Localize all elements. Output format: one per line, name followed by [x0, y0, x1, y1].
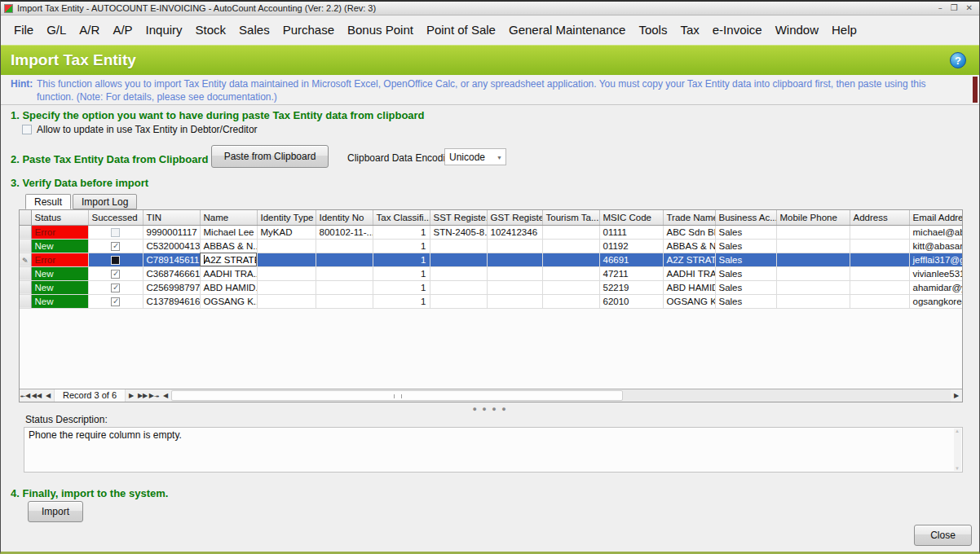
- hscroll-left-icon[interactable]: ◀: [160, 389, 171, 402]
- cell-successed[interactable]: [88, 280, 143, 294]
- nav-prev-icon[interactable]: ◀: [42, 389, 54, 402]
- cell-business_activity[interactable]: Sales: [715, 266, 776, 280]
- cell-name[interactable]: Michael Lee: [200, 225, 257, 239]
- successed-checkbox-checked[interactable]: [111, 270, 120, 279]
- cell-identity_type[interactable]: MyKAD: [257, 225, 316, 239]
- menu-item-sales[interactable]: Sales: [232, 15, 276, 45]
- menu-item-point-of-sale[interactable]: Point of Sale: [420, 15, 502, 45]
- help-icon[interactable]: ?: [950, 52, 966, 68]
- restore-icon[interactable]: ❐: [951, 4, 958, 12]
- cell-identity_no[interactable]: [316, 239, 373, 253]
- tab-result[interactable]: Result: [25, 194, 71, 209]
- row-edit-indicator[interactable]: ✎: [20, 253, 31, 266]
- menu-item-file[interactable]: File: [7, 15, 40, 45]
- cell-successed[interactable]: [88, 253, 143, 266]
- menu-item-general-maintenance[interactable]: General Maintenance: [502, 15, 632, 45]
- cell-successed[interactable]: [88, 266, 143, 280]
- row-indicator[interactable]: [20, 239, 31, 253]
- column-header-trade_name[interactable]: Trade Name: [663, 210, 715, 225]
- column-header-address[interactable]: Address: [850, 210, 909, 225]
- cell-email_address[interactable]: kitt@abasan.con: [909, 239, 962, 253]
- cell-gst_registration[interactable]: [487, 253, 542, 266]
- cell-business_activity[interactable]: Sales: [715, 239, 776, 253]
- cell-mobile_phone[interactable]: [776, 294, 850, 308]
- nav-last-icon[interactable]: ▶⯮: [148, 389, 160, 402]
- status-description-scrollbar[interactable]: [954, 429, 961, 471]
- cell-mobile_phone[interactable]: [776, 266, 850, 280]
- nav-prev-page-icon[interactable]: ◀◀: [31, 389, 42, 402]
- cell-status[interactable]: Error: [31, 253, 88, 266]
- menu-item-a-p[interactable]: A/P: [106, 15, 139, 45]
- menu-item-tools[interactable]: Tools: [632, 15, 673, 45]
- cell-sst_registration[interactable]: [430, 280, 487, 294]
- horizontal-scrollbar[interactable]: [171, 389, 951, 402]
- status-description-box[interactable]: Phone the require column is empty.: [24, 427, 963, 473]
- successed-checkbox-checked[interactable]: [111, 284, 120, 292]
- cell-sst_registration[interactable]: STN-2405-8...: [430, 225, 487, 239]
- column-header-business_activity[interactable]: Business Ac...: [715, 210, 776, 225]
- cell-status[interactable]: New: [31, 239, 88, 253]
- cell-address[interactable]: [850, 225, 909, 239]
- cell-msic_code[interactable]: 01192: [599, 239, 663, 253]
- horizontal-scrollbar-thumb[interactable]: [171, 390, 623, 401]
- cell-name[interactable]: OGSANG K...: [200, 294, 257, 308]
- cell-tin[interactable]: 9990001117: [143, 225, 200, 239]
- successed-checkbox-unchecked[interactable]: [111, 228, 120, 237]
- import-button[interactable]: Import: [28, 501, 83, 522]
- row-indicator[interactable]: [20, 266, 31, 280]
- column-header-status[interactable]: Status: [31, 210, 88, 225]
- cell-msic_code[interactable]: 52219: [599, 280, 663, 294]
- cell-mobile_phone[interactable]: [776, 253, 850, 266]
- cell-tin[interactable]: C137894616: [143, 294, 200, 308]
- cell-trade_name[interactable]: ABC Sdn Bhd: [663, 225, 715, 239]
- cell-email_address[interactable]: vivianlee5310@: [909, 266, 962, 280]
- menu-item-stock[interactable]: Stock: [189, 15, 233, 45]
- hscroll-right-icon[interactable]: ▶: [951, 389, 962, 402]
- cell-status[interactable]: New: [31, 266, 88, 280]
- paste-from-clipboard-button[interactable]: Paste from Clipboard: [211, 145, 329, 168]
- cell-identity_no[interactable]: [316, 253, 373, 266]
- cell-email_address[interactable]: michael@abc.co: [909, 225, 962, 239]
- successed-checkbox-checked[interactable]: [111, 242, 120, 251]
- cell-identity_type[interactable]: [257, 266, 316, 280]
- row-indicator[interactable]: [20, 280, 31, 294]
- cell-mobile_phone[interactable]: [776, 239, 850, 253]
- cell-identity_no[interactable]: [316, 294, 373, 308]
- column-header-mobile_phone[interactable]: Mobile Phone: [776, 210, 850, 225]
- cell-address[interactable]: [850, 239, 909, 253]
- cell-business_activity[interactable]: Sales: [715, 280, 776, 294]
- column-header-msic_code[interactable]: MSIC Code: [599, 210, 663, 225]
- cell-email_address[interactable]: jefflai317@gmai: [909, 253, 962, 266]
- column-header-name[interactable]: Name: [200, 210, 257, 225]
- cell-identity_type[interactable]: [257, 280, 316, 294]
- close-icon[interactable]: ✕: [966, 4, 973, 12]
- nav-first-icon[interactable]: ⯬◀: [20, 389, 31, 402]
- cell-identity_no[interactable]: [316, 266, 373, 280]
- cell-status[interactable]: Error: [31, 225, 88, 239]
- cell-tin[interactable]: C789145611: [143, 253, 200, 266]
- cell-msic_code[interactable]: 46691: [599, 253, 663, 266]
- cell-address[interactable]: [850, 266, 909, 280]
- column-header-successed[interactable]: Successed: [88, 210, 143, 225]
- cell-business_activity[interactable]: Sales: [715, 225, 776, 239]
- cell-tax_classification[interactable]: 1: [373, 294, 430, 308]
- cell-tax_classification[interactable]: 1: [373, 239, 430, 253]
- cell-identity_type[interactable]: [257, 239, 316, 253]
- cell-tourism_tax[interactable]: [542, 253, 599, 266]
- cell-trade_name[interactable]: AADHI TRA...: [663, 266, 715, 280]
- cell-name[interactable]: ABBAS & N...: [200, 239, 257, 253]
- tab-import-log[interactable]: Import Log: [73, 194, 137, 209]
- cell-identity_type[interactable]: [257, 294, 316, 308]
- allow-update-checkbox[interactable]: [22, 125, 32, 134]
- successed-checkbox-checked[interactable]: [111, 297, 120, 306]
- column-header-tax_classification[interactable]: Tax Classifi...: [373, 210, 430, 225]
- cell-tin[interactable]: C256998797: [143, 280, 200, 294]
- row-indicator[interactable]: [20, 225, 31, 239]
- cell-tourism_tax[interactable]: [542, 266, 599, 280]
- cell-tourism_tax[interactable]: [542, 239, 599, 253]
- menu-item-window[interactable]: Window: [769, 15, 825, 45]
- menu-item-g-l[interactable]: G/L: [40, 15, 73, 45]
- cell-gst_registration[interactable]: [487, 266, 542, 280]
- successed-checkbox-filled[interactable]: [111, 256, 120, 265]
- cell-tax_classification[interactable]: 1: [373, 225, 430, 239]
